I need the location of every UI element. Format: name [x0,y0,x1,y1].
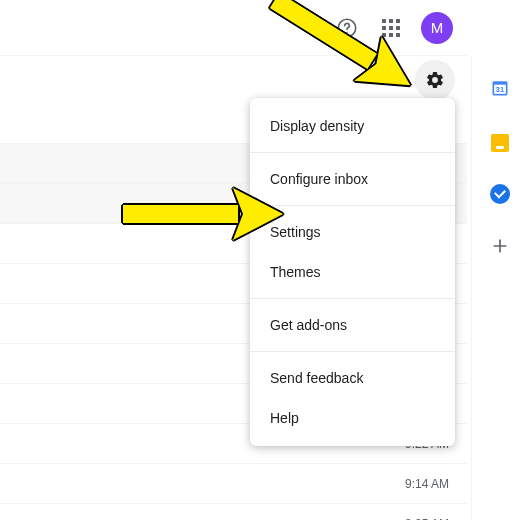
menu-divider [250,351,455,352]
calendar-addon-button[interactable]: 31 [490,78,510,102]
menu-item-get-addons[interactable]: Get add-ons [250,305,455,345]
menu-divider [250,205,455,206]
avatar[interactable]: M [421,12,453,44]
menu-item-configure-inbox[interactable]: Configure inbox [250,159,455,199]
settings-gear-button[interactable] [415,60,455,100]
calendar-icon: 31 [490,78,510,98]
menu-item-help[interactable]: Help [250,398,455,438]
help-button[interactable] [327,8,367,48]
settings-menu: Display density Configure inbox Settings… [250,98,455,446]
mail-row[interactable]: 9:05 AM [0,504,467,520]
tasks-addon-button[interactable] [490,184,510,204]
menu-divider [250,152,455,153]
menu-item-send-feedback[interactable]: Send feedback [250,358,455,398]
menu-item-settings[interactable]: Settings [250,212,455,252]
help-icon [336,17,358,39]
menu-item-display-density[interactable]: Display density [250,106,455,146]
svg-point-1 [346,31,347,32]
keep-addon-button[interactable] [491,134,509,152]
mail-time: 9:14 AM [405,477,449,491]
add-addon-button[interactable] [490,236,510,256]
menu-item-themes[interactable]: Themes [250,252,455,292]
mail-row[interactable]: 9:14 AM [0,464,467,504]
menu-divider [250,298,455,299]
gear-icon [425,70,445,90]
mail-time: 9:05 AM [405,517,449,521]
topbar: M [0,0,467,56]
toolbar-row [0,56,467,104]
apps-button[interactable] [371,8,411,48]
side-panel: 31 [471,56,527,520]
svg-text:31: 31 [495,85,503,94]
plus-icon [490,236,510,256]
apps-icon [382,19,400,37]
